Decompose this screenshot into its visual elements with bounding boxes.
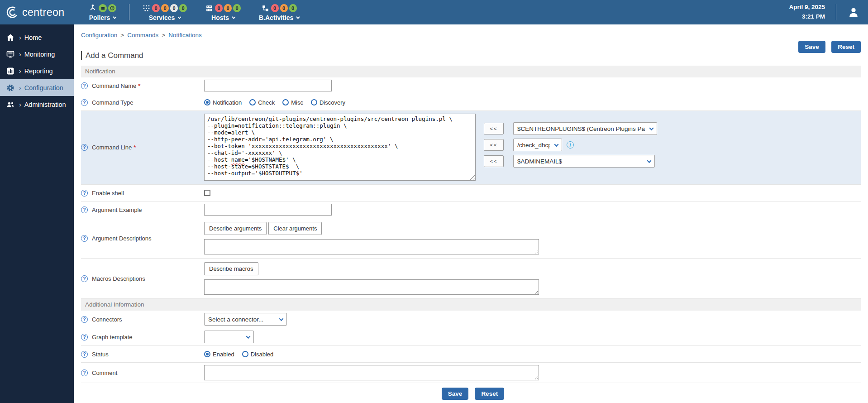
chevron-right-icon: › xyxy=(19,85,21,91)
ba-warning-badge[interactable]: 0 xyxy=(280,4,288,12)
command-name-row: Command Name * xyxy=(81,77,861,94)
radio-icon xyxy=(249,99,256,106)
hosts-down-badge[interactable]: 0 xyxy=(215,4,223,12)
ba-critical-badge[interactable]: 0 xyxy=(271,4,279,12)
macros-descriptions-textarea[interactable] xyxy=(204,279,539,295)
radio-icon xyxy=(204,99,210,106)
help-icon[interactable] xyxy=(81,206,88,213)
poller-database-badge xyxy=(99,4,107,12)
enable-shell-row: Enable shell xyxy=(81,185,861,202)
centreon-swirl-icon xyxy=(5,5,19,19)
menu-services[interactable]: 0 0 0 0 Services xyxy=(142,3,187,21)
plugins-path-select[interactable]: $CENTREONPLUGINS$ (Centreon Plugins Path… xyxy=(513,122,657,135)
insert-plugins-path-button[interactable]: << xyxy=(484,123,504,134)
status-enabled-radio[interactable]: Enabled xyxy=(204,351,234,358)
connectors-row: Connectors Select a connector... xyxy=(81,311,861,328)
command-type-label: Command Type xyxy=(92,99,134,106)
page-title: Add a Command xyxy=(81,51,868,60)
breadcrumb-configuration[interactable]: Configuration xyxy=(81,32,117,38)
sidebar-item-configuration[interactable]: › Configuration xyxy=(0,79,74,96)
graph-template-row: Graph template xyxy=(81,328,861,346)
services-warning-badge[interactable]: 0 xyxy=(161,4,169,12)
command-type-misc-radio[interactable]: Misc xyxy=(282,99,303,106)
top-action-buttons: Save Reset xyxy=(794,41,861,53)
required-marker: * xyxy=(134,144,136,151)
command-type-notification-radio[interactable]: Notification xyxy=(204,99,242,106)
header-divider xyxy=(836,4,836,20)
help-icon[interactable] xyxy=(81,316,88,323)
reset-button-top[interactable]: Reset xyxy=(831,41,861,53)
breadcrumb: Configuration>Commands>Notifications xyxy=(74,24,868,38)
chevron-right-icon: › xyxy=(19,51,21,58)
reporting-icon xyxy=(6,67,15,76)
argument-descriptions-textarea[interactable] xyxy=(204,239,539,254)
command-name-input[interactable] xyxy=(204,80,332,91)
help-icon[interactable] xyxy=(81,334,88,341)
user-profile-icon[interactable] xyxy=(847,6,860,19)
insert-binary-button[interactable]: << xyxy=(484,139,504,151)
help-icon[interactable] xyxy=(81,351,88,358)
help-icon[interactable] xyxy=(81,82,88,89)
gear-icon xyxy=(6,83,15,92)
radio-icon xyxy=(204,351,210,357)
home-icon xyxy=(6,33,15,42)
insert-macro-button[interactable]: << xyxy=(484,155,504,167)
menu-hosts[interactable]: 0 0 0 Hosts xyxy=(205,3,241,21)
centreon-logo[interactable]: centreon xyxy=(0,5,74,19)
command-line-value[interactable]: /usr/lib/centreon/git-plugins/centreon-p… xyxy=(204,114,476,181)
help-icon[interactable] xyxy=(81,235,88,242)
argument-example-input[interactable] xyxy=(204,204,332,216)
help-icon[interactable] xyxy=(81,190,88,197)
services-unknown-badge[interactable]: 0 xyxy=(170,4,178,12)
macros-descriptions-row: Macros Descriptions Describe macros xyxy=(81,259,861,299)
enable-shell-checkbox[interactable] xyxy=(204,190,210,196)
command-type-check-radio[interactable]: Check xyxy=(249,99,275,106)
sidebar-item-label: Configuration xyxy=(24,84,63,91)
breadcrumb-commands[interactable]: Commands xyxy=(127,32,158,38)
menu-business-activities[interactable]: 0 0 0 B.Activities xyxy=(259,3,299,21)
current-time: 3:21 PM xyxy=(789,12,825,22)
describe-arguments-button[interactable]: Describe arguments xyxy=(204,222,267,235)
services-ok-badge[interactable]: 0 xyxy=(179,4,187,12)
users-icon xyxy=(6,100,15,109)
breadcrumb-notifications[interactable]: Notifications xyxy=(168,32,202,38)
reset-button-bottom[interactable]: Reset xyxy=(475,388,504,400)
sidebar-item-reporting[interactable]: › Reporting xyxy=(0,62,74,79)
chevron-right-icon: › xyxy=(19,101,21,108)
help-icon[interactable] xyxy=(81,369,88,376)
macro-select[interactable]: $ADMINEMAIL$ xyxy=(513,155,655,168)
info-icon[interactable] xyxy=(567,141,574,149)
sidebar-item-administration[interactable]: › Administration xyxy=(0,96,74,113)
save-button-top[interactable]: Save xyxy=(798,41,825,53)
describe-macros-button[interactable]: Describe macros xyxy=(204,262,258,275)
save-button-bottom[interactable]: Save xyxy=(442,388,469,400)
bottom-action-buttons: Save Reset xyxy=(81,383,861,403)
status-disabled-radio[interactable]: Disabled xyxy=(242,351,274,358)
hosts-unreachable-badge[interactable]: 0 xyxy=(224,4,232,12)
hosts-up-badge[interactable]: 0 xyxy=(233,4,241,12)
current-date: April 9, 2025 xyxy=(789,3,825,12)
help-icon[interactable] xyxy=(81,275,88,282)
command-type-discovery-radio[interactable]: Discovery xyxy=(311,99,345,106)
poller-latency-badge xyxy=(108,4,116,12)
services-critical-badge[interactable]: 0 xyxy=(152,4,160,12)
hosts-label: Hosts xyxy=(211,14,229,21)
sidebar-item-label: Reporting xyxy=(24,67,53,75)
top-header-bar: centreon Pollers xyxy=(0,0,868,24)
menu-pollers[interactable]: Pollers xyxy=(88,3,116,21)
connectors-label: Connectors xyxy=(92,316,122,323)
graph-template-select[interactable] xyxy=(204,331,254,343)
sidebar-item-home[interactable]: › Home xyxy=(0,29,74,46)
help-icon[interactable] xyxy=(81,144,88,151)
command-line-label: Command Line xyxy=(92,144,132,151)
help-icon[interactable] xyxy=(81,99,88,106)
comment-textarea[interactable] xyxy=(204,365,539,380)
sidebar-item-monitoring[interactable]: › Monitoring xyxy=(0,46,74,62)
ba-ok-badge[interactable]: 0 xyxy=(289,4,297,12)
clear-arguments-button[interactable]: Clear arguments xyxy=(268,222,322,235)
connectors-select[interactable]: Select a connector... xyxy=(204,313,287,326)
chevron-down-icon xyxy=(296,15,300,19)
binary-select[interactable]: /check_dhcp xyxy=(513,139,562,151)
sidebar-item-label: Home xyxy=(24,34,42,41)
resize-handle[interactable] xyxy=(470,175,475,180)
